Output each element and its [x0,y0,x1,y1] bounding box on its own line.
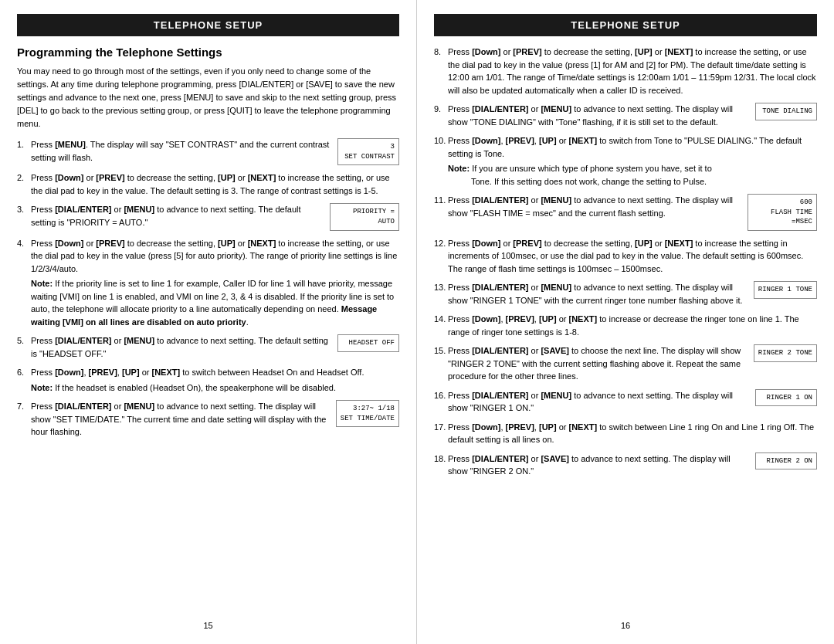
item-number: 8. [434,46,448,59]
item-number: 12. [434,237,448,250]
note-text: Note: If you are unsure which type of ph… [448,162,817,188]
note-text: Note: If the priority line is set to lin… [31,277,399,328]
page: TELEPHONE SETUP Programming the Telephon… [0,0,834,644]
list-item: 16. Press [DIAL/ENTER] or [MENU] to adva… [434,389,817,415]
display-box: 600FLASH TIME =MSEC [748,194,817,231]
list-item: 10. Press [Down], [PREV], [UP] or [NEXT]… [434,134,817,188]
item-content: Press [Down] or [PREV] to decrease the s… [448,46,817,97]
item-content: Press [DIAL/ENTER] or [MENU] to advance … [31,203,399,230]
list-item: 7. Press [DIAL/ENTER] or [MENU] to advan… [17,400,399,439]
display-box: 3:27~ 1/18SET TIME/DATE [336,400,399,427]
list-item: 14. Press [Down], [PREV], [UP] or [NEXT]… [434,313,817,338]
item-text: Press [DIAL/ENTER] or [MENU] to advance … [448,103,749,128]
list-item: 11. Press [DIAL/ENTER] or [MENU] to adva… [434,194,817,231]
list-item: 3. Press [DIAL/ENTER] or [MENU] to advan… [17,203,399,230]
item-text: Press [Down] or [PREV] to decrease the s… [31,239,397,273]
item-content: Press [Down], [PREV], [UP] or [NEXT] to … [448,134,817,188]
item-content: Press [Down], [PREV], [UP] or [NEXT] to … [31,366,399,394]
item-text: Press [DIAL/ENTER] or [MENU] to advance … [448,389,749,415]
list-item: 5. Press [DIAL/ENTER] or [MENU] to advan… [17,334,399,360]
list-item: 4. Press [Down] or [PREV] to decrease th… [17,237,399,329]
item-number: 6. [17,366,31,379]
item-content: Press [DIAL/ENTER] or [MENU] to advance … [31,400,399,439]
item-text: Press [DIAL/ENTER] or [MENU] to advance … [448,194,741,219]
item-number: 4. [17,237,31,250]
item-content: Press [Down], [PREV], [UP] or [NEXT] to … [448,421,817,446]
list-item: 2. Press [Down] or [PREV] to decrease th… [17,171,399,197]
intro-text: You may need to go through most of the s… [17,65,399,130]
display-box: RINGER 2 TONE [754,344,817,362]
item-text: Press [Down] or [PREV] to decrease the s… [448,47,816,95]
display-box: PRIORITY = AUTO [330,203,399,230]
item-number: 13. [434,281,448,294]
item-text: Press [DIAL/ENTER] or [SAVE] to advance … [448,452,749,478]
item-number: 18. [434,452,448,466]
right-column: TELEPHONE SETUP 8. Press [Down] or [PREV… [417,0,834,644]
note-text: Note: If the headset is enabled (Headset… [31,381,399,395]
item-content: Press [DIAL/ENTER] or [MENU] to advance … [448,281,817,307]
item-content: Press [Down] or [PREV] to decrease the s… [31,171,399,197]
display-box: RINGER 1 TONE [754,281,817,299]
item-text: Press [Down] or [PREV] to decrease the s… [31,173,390,195]
display-box: RINGER 1 ON [755,389,817,407]
item-text: Press [DIAL/ENTER] or [MENU] to advance … [31,400,330,439]
item-number: 14. [434,313,448,326]
list-item: 15. Press [DIAL/ENTER] or [SAVE] to choo… [434,344,817,383]
item-number: 17. [434,421,448,434]
item-number: 15. [434,344,448,358]
item-text: Press [Down], [PREV], [UP] or [NEXT] to … [31,368,364,377]
display-box: 3SET CONTRAST [337,138,399,165]
list-item: 18. Press [DIAL/ENTER] or [SAVE] to adva… [434,452,817,478]
item-text: Press [DIAL/ENTER] or [MENU] to advance … [31,203,324,229]
item-content: Press [MENU]. The display will say "SET … [31,138,399,165]
item-content: Press [DIAL/ENTER] or [MENU] to advance … [448,194,817,231]
item-text: Press [DIAL/ENTER] or [MENU] to advance … [31,334,331,360]
item-content: Press [DIAL/ENTER] or [MENU] to advance … [31,334,399,360]
display-box: RINGER 2 ON [755,452,817,470]
item-number: 5. [17,334,31,347]
page-number: 15 [17,613,399,630]
item-text: Press [DIAL/ENTER] or [MENU] to advance … [448,281,748,307]
list-item: 12. Press [Down] or [PREV] to decrease t… [434,237,817,276]
list-item: 9. Press [DIAL/ENTER] or [MENU] to advan… [434,103,817,128]
left-header: TELEPHONE SETUP [17,14,399,36]
list-item: 8. Press [Down] or [PREV] to decrease th… [434,46,817,97]
item-text: Press [MENU]. The display will say "SET … [31,138,331,164]
display-box: TONE DIALING [755,103,817,120]
left-column: TELEPHONE SETUP Programming the Telephon… [0,0,417,644]
item-content: Press [DIAL/ENTER] or [SAVE] to advance … [448,452,817,478]
item-number: 11. [434,194,448,207]
list-item: 6. Press [Down], [PREV], [UP] or [NEXT] … [17,366,399,394]
item-content: Press [DIAL/ENTER] or [SAVE] to choose t… [448,344,817,383]
list-item: 1. Press [MENU]. The display will say "S… [17,138,399,165]
item-number: 9. [434,103,448,116]
item-text: Press [Down], [PREV], [UP] or [NEXT] to … [448,314,799,337]
item-text: Press [Down], [PREV], [UP] or [NEXT] to … [448,422,814,445]
right-header: TELEPHONE SETUP [434,14,817,36]
item-text: Press [DIAL/ENTER] or [SAVE] to choose t… [448,344,748,383]
section-title: Programming the Telephone Settings [17,46,399,59]
item-number: 2. [17,171,31,185]
item-number: 1. [17,138,31,151]
item-number: 7. [17,400,31,413]
item-content: Press [Down] or [PREV] to decrease the s… [448,237,817,276]
item-content: Press [Down], [PREV], [UP] or [NEXT] to … [448,313,817,338]
item-text: Press [Down], [PREV], [UP] or [NEXT] to … [448,136,802,158]
list-item: 13. Press [DIAL/ENTER] or [MENU] to adva… [434,281,817,307]
item-content: Press [Down] or [PREV] to decrease the s… [31,237,399,329]
item-number: 10. [434,134,448,147]
item-content: Press [DIAL/ENTER] or [MENU] to advance … [448,103,817,128]
display-box: HEADSET OFF [337,334,399,352]
page-number: 16 [434,613,817,630]
item-text: Press [Down] or [PREV] to decrease the s… [448,239,803,273]
item-content: Press [DIAL/ENTER] or [MENU] to advance … [448,389,817,415]
item-number: 3. [17,203,31,216]
list-item: 17. Press [Down], [PREV], [UP] or [NEXT]… [434,421,817,446]
item-number: 16. [434,389,448,402]
